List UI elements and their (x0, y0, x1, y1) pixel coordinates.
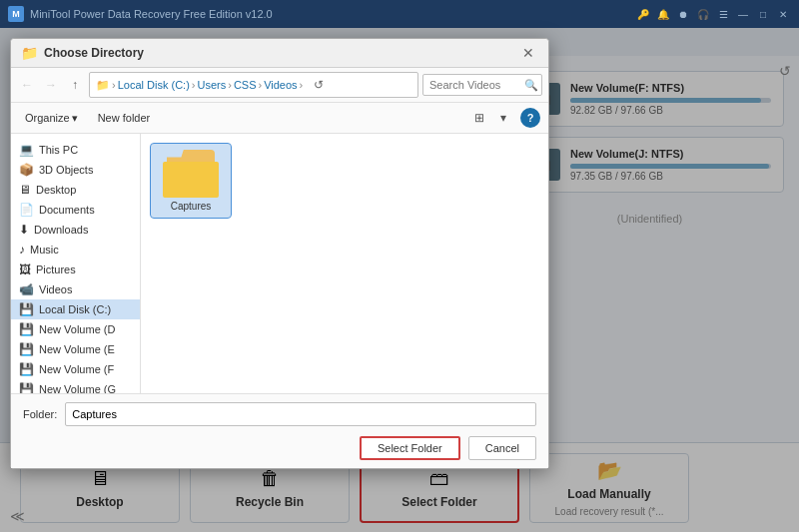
dialog-buttons: Select Folder Cancel (23, 436, 536, 460)
volume-f-icon: 💾 (19, 362, 34, 376)
view-buttons: ⊞ ▾ (468, 107, 514, 129)
volume-g-icon: 💾 (19, 382, 34, 393)
nav-music[interactable]: ♪ Music (11, 240, 140, 260)
nav-downloads[interactable]: ⬇ Downloads (11, 220, 140, 240)
back-button[interactable]: ← (17, 75, 37, 95)
dialog-title: Choose Directory (44, 46, 512, 60)
nav-pictures[interactable]: 🖼 Pictures (11, 260, 140, 279)
forward-button[interactable]: → (41, 75, 61, 95)
menu-button[interactable]: ☰ (715, 6, 731, 22)
documents-icon: 📄 (19, 203, 34, 217)
nav-label-music: Music (30, 244, 59, 256)
address-path[interactable]: 📁 › Local Disk (C:) › Users › CSS › Vide… (89, 72, 418, 98)
view-grid-button[interactable]: ⊞ (468, 107, 490, 129)
notify-button[interactable]: 🔔 (655, 6, 671, 22)
organize-arrow: ▾ (72, 112, 78, 125)
path-css[interactable]: CSS (234, 79, 257, 91)
local-disk-c-icon: 💾 (19, 302, 34, 316)
refresh-path-button[interactable]: ↺ (309, 75, 329, 95)
dialog-toolbar: Organize ▾ New folder ⊞ ▾ ? (11, 103, 548, 134)
path-icon: 📁 (96, 79, 110, 92)
dialog-overlay: 📁 Choose Directory ✕ ← → ↑ 📁 › Local Dis… (0, 28, 799, 532)
up-button[interactable]: ↑ (65, 75, 85, 95)
nav-label-local-disk-c: Local Disk (C:) (39, 303, 111, 315)
nav-label-videos: Videos (39, 283, 72, 295)
nav-label-volume-f: New Volume (F (39, 363, 114, 375)
search-icon: 🔍 (524, 79, 538, 92)
dialog-title-bar: 📁 Choose Directory ✕ (11, 39, 548, 68)
nav-volume-f[interactable]: 💾 New Volume (F (11, 359, 140, 379)
nav-label-documents: Documents (39, 204, 95, 216)
nav-label-volume-e: New Volume (E (39, 343, 115, 355)
nav-volume-d[interactable]: 💾 New Volume (D (11, 319, 140, 339)
nav-label-volume-d: New Volume (D (39, 323, 115, 335)
nav-volume-e[interactable]: 💾 New Volume (E (11, 339, 140, 359)
app-icon: M (8, 6, 24, 22)
organize-label: Organize (25, 112, 70, 124)
music-icon: ♪ (19, 243, 25, 257)
this-pc-icon: 💻 (19, 143, 34, 157)
minimize-button[interactable]: 🔑 (635, 6, 651, 22)
3d-objects-icon: 📦 (19, 163, 34, 177)
folder-row: Folder: (23, 402, 536, 426)
help-button[interactable]: ? (520, 108, 540, 128)
choose-directory-dialog: 📁 Choose Directory ✕ ← → ↑ 📁 › Local Dis… (10, 38, 549, 469)
path-users[interactable]: Users (197, 79, 226, 91)
dialog-body: 💻 This PC 📦 3D Objects 🖥 Desktop 📄 Docum… (11, 134, 548, 393)
organize-button[interactable]: Organize ▾ (19, 110, 84, 127)
nav-sidebar: 💻 This PC 📦 3D Objects 🖥 Desktop 📄 Docum… (11, 134, 141, 393)
nav-label-volume-g: New Volume (G (39, 383, 116, 393)
app-title: MiniTool Power Data Recovery Free Editio… (30, 8, 629, 20)
captures-folder-label: Captures (171, 201, 212, 212)
address-bar: ← → ↑ 📁 › Local Disk (C:) › Users › CSS … (11, 68, 548, 103)
nav-3d-objects[interactable]: 📦 3D Objects (11, 160, 140, 180)
window-minimize[interactable]: — (735, 6, 751, 22)
videos-icon: 📹 (19, 282, 34, 296)
record-button[interactable]: ⏺ (675, 6, 691, 22)
title-bar: M MiniTool Power Data Recovery Free Edit… (0, 0, 799, 28)
volume-d-icon: 💾 (19, 322, 34, 336)
window-close[interactable]: ✕ (775, 6, 791, 22)
nav-documents[interactable]: 📄 Documents (11, 200, 140, 220)
path-local-disk[interactable]: Local Disk (C:) (118, 79, 190, 91)
file-area: Captures (141, 134, 548, 393)
captures-folder-thumb (163, 150, 219, 198)
desktop-nav-icon: 🖥 (19, 183, 31, 197)
nav-desktop[interactable]: 🖥 Desktop (11, 180, 140, 200)
pictures-icon: 🖼 (19, 263, 31, 276)
dialog-close-button[interactable]: ✕ (518, 45, 538, 61)
nav-volume-g[interactable]: 💾 New Volume (G (11, 379, 140, 393)
view-dropdown-button[interactable]: ▾ (492, 107, 514, 129)
nav-label-this-pc: This PC (39, 144, 78, 156)
nav-this-pc[interactable]: 💻 This PC (11, 140, 140, 160)
dialog-folder-icon: 📁 (21, 45, 38, 61)
nav-label-3d-objects: 3D Objects (39, 164, 93, 176)
captures-folder[interactable]: Captures (151, 144, 231, 218)
headset-button[interactable]: 🎧 (695, 6, 711, 22)
window-controls: 🔑 🔔 ⏺ 🎧 ☰ — □ ✕ (635, 6, 791, 22)
search-wrap: 🔍 (422, 74, 542, 96)
new-folder-button[interactable]: New folder (90, 110, 159, 126)
volume-e-icon: 💾 (19, 342, 34, 356)
cancel-dialog-button[interactable]: Cancel (468, 436, 536, 460)
folder-label-text: Folder: (23, 408, 57, 420)
nav-videos[interactable]: 📹 Videos (11, 279, 140, 299)
nav-label-pictures: Pictures (36, 264, 76, 275)
dialog-footer: Folder: Select Folder Cancel (11, 393, 548, 468)
nav-local-disk-c[interactable]: 💾 Local Disk (C:) (11, 299, 140, 319)
nav-label-desktop: Desktop (36, 184, 76, 196)
select-folder-dialog-button[interactable]: Select Folder (360, 436, 460, 460)
folder-name-input[interactable] (65, 402, 536, 426)
window-maximize[interactable]: □ (755, 6, 771, 22)
nav-label-downloads: Downloads (34, 224, 88, 236)
folder-front (163, 162, 219, 198)
path-videos[interactable]: Videos (264, 79, 297, 91)
downloads-icon: ⬇ (19, 223, 29, 237)
